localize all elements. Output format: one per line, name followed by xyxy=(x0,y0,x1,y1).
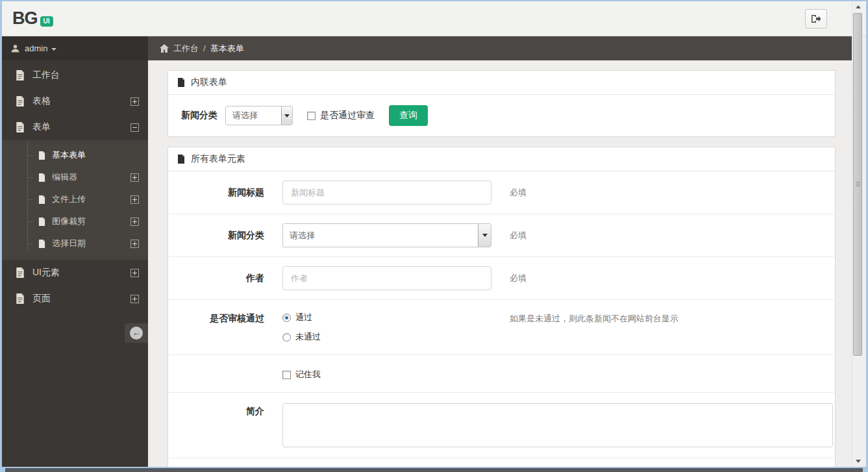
sidebar-subitem-image-crop[interactable]: 图像裁剪 xyxy=(2,210,148,232)
radio-option-pass[interactable]: 通过 xyxy=(282,312,491,323)
file-icon xyxy=(38,173,45,182)
expand-plus-icon[interactable] xyxy=(130,173,139,182)
form-row-remember: 记住我 xyxy=(169,355,834,393)
breadcrumb-separator: / xyxy=(203,43,206,53)
collapse-minus-icon[interactable] xyxy=(130,123,139,132)
file-icon xyxy=(16,70,25,81)
form-row-author: 作者 必填 xyxy=(169,257,834,300)
window-bottom-edge xyxy=(5,468,863,472)
intro-textarea[interactable] xyxy=(282,403,833,447)
query-button[interactable]: 查询 xyxy=(389,105,428,126)
category-label: 新闻分类 xyxy=(181,110,217,121)
field-label: 是否审核通过 xyxy=(169,312,264,343)
logout-icon xyxy=(811,14,821,23)
review-check-group: 是否通过审查 xyxy=(307,110,375,121)
scrollbar-thumb[interactable] xyxy=(853,13,862,356)
review-radio-group: 通过 未通过 xyxy=(282,312,491,343)
panel-file-icon xyxy=(177,155,185,164)
user-name: admin xyxy=(25,43,47,53)
scrollbar-down-button[interactable] xyxy=(852,456,863,467)
sidebar-subitem-date-picker[interactable]: 选择日期 xyxy=(2,232,148,255)
sidebar-item-forms[interactable]: 表单 xyxy=(2,114,148,140)
field-label: 简介 xyxy=(169,403,264,447)
form-footer xyxy=(169,458,834,467)
forms-submenu: 基本表单 编辑器 文件 xyxy=(2,140,148,260)
sidebar-subitem-label: 选择日期 xyxy=(52,238,86,249)
user-icon xyxy=(11,44,19,53)
select-arrow-button[interactable] xyxy=(281,106,292,125)
all-elements-panel: 所有表单元素 新闻标题 必填 新闻分类 xyxy=(167,147,836,467)
sidebar-item-workbench[interactable]: 工作台 xyxy=(2,62,148,88)
sidebar-item-tables[interactable]: 表格 xyxy=(2,88,148,114)
home-icon xyxy=(160,44,169,53)
form-row-news-title: 新闻标题 必填 xyxy=(169,171,834,214)
file-icon xyxy=(38,195,45,204)
remember-check-group[interactable]: 记住我 xyxy=(282,367,321,380)
sidebar-collapse-button[interactable]: ← xyxy=(125,323,148,343)
author-input[interactable] xyxy=(282,266,491,290)
news-category-select[interactable]: 请选择 xyxy=(282,223,491,247)
expand-plus-icon[interactable] xyxy=(130,97,139,106)
radio-checked-icon[interactable] xyxy=(282,314,291,322)
logout-button[interactable] xyxy=(805,9,827,29)
radio-unchecked-icon[interactable] xyxy=(282,333,291,342)
sidebar-subitem-label: 基本表单 xyxy=(52,149,86,161)
sidebar-item-pages[interactable]: 页面 xyxy=(2,286,148,312)
sidebar-subitem-file-upload[interactable]: 文件上传 xyxy=(2,188,148,210)
sidebar-menu: 工作台 表格 表单 xyxy=(2,60,148,467)
field-label-empty xyxy=(169,367,264,380)
review-checkbox[interactable] xyxy=(307,112,316,120)
scrollbar-up-button[interactable] xyxy=(852,1,863,12)
breadcrumb: 工作台 / 基本表单 xyxy=(148,36,855,60)
review-note: 如果是未通过，则此条新闻不在网站前台显示 xyxy=(510,312,678,325)
field-label: 新闻分类 xyxy=(169,223,264,247)
radio-label: 通过 xyxy=(295,312,312,323)
radio-label: 未通过 xyxy=(295,331,321,343)
required-hint: 必填 xyxy=(510,223,527,242)
expand-plus-icon[interactable] xyxy=(130,240,139,248)
breadcrumb-home[interactable]: 工作台 xyxy=(173,43,199,55)
main-area: 工作台 / 基本表单 内联表单 新闻分类 xyxy=(148,36,855,467)
file-icon xyxy=(16,293,25,304)
window-frame: BG UI xyxy=(0,0,868,472)
radio-option-fail[interactable]: 未通过 xyxy=(282,331,491,343)
news-title-input[interactable] xyxy=(282,180,491,205)
caret-down-icon xyxy=(51,48,56,51)
expand-plus-icon[interactable] xyxy=(130,217,139,226)
sidebar-subitem-label: 编辑器 xyxy=(52,171,77,183)
expand-plus-icon[interactable] xyxy=(130,295,139,303)
vertical-scrollbar[interactable] xyxy=(852,1,863,467)
sidebar: admin 工作台 表格 xyxy=(2,36,148,467)
remember-label: 记住我 xyxy=(295,369,321,380)
sidebar-item-label: 页面 xyxy=(32,293,51,304)
app-logo: BG UI xyxy=(12,10,53,27)
app-window: BG UI xyxy=(2,1,866,467)
arrow-down-icon xyxy=(856,460,861,463)
form-row-review-status: 是否审核通过 通过 未通过 xyxy=(169,300,834,355)
file-icon xyxy=(16,267,25,278)
breadcrumb-current: 基本表单 xyxy=(210,43,244,55)
category-select[interactable]: 请选择 xyxy=(225,106,293,125)
expand-plus-icon[interactable] xyxy=(130,195,139,204)
select-arrow-button[interactable] xyxy=(478,224,491,247)
sidebar-subitem-basic-form[interactable]: 基本表单 xyxy=(2,144,148,166)
sidebar-item-label: 工作台 xyxy=(32,69,60,81)
required-hint: 必填 xyxy=(510,180,527,199)
form-row-news-category: 新闻分类 请选择 必填 xyxy=(169,214,834,257)
inline-form-panel: 内联表单 新闻分类 请选择 是否通过审查 xyxy=(167,70,836,137)
sidebar-subitem-label: 文件上传 xyxy=(52,193,86,205)
expand-plus-icon[interactable] xyxy=(130,269,139,277)
user-menu[interactable]: admin xyxy=(2,36,148,60)
panel-file-icon xyxy=(177,78,185,87)
news-category-select-value: 请选择 xyxy=(283,224,478,247)
sidebar-subitem-editor[interactable]: 编辑器 xyxy=(2,166,148,188)
sidebar-item-ui-elements[interactable]: UI元素 xyxy=(2,260,148,286)
sidebar-item-label: UI元素 xyxy=(32,267,60,279)
logo-badge: UI xyxy=(40,16,53,27)
arrow-left-icon: ← xyxy=(130,327,143,340)
chevron-down-icon xyxy=(482,234,488,237)
sidebar-subitem-label: 图像裁剪 xyxy=(52,216,86,227)
remember-checkbox[interactable] xyxy=(282,371,291,379)
file-icon xyxy=(38,217,45,226)
scrollbar-grip-icon xyxy=(856,182,860,187)
